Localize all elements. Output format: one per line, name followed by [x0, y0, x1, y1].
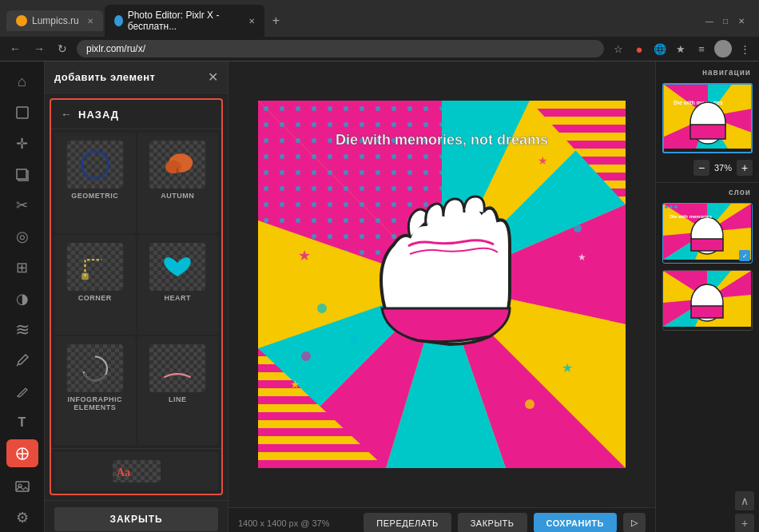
layers-title: слои	[656, 182, 759, 200]
redo-button[interactable]: ПЕРЕДЕЛАТЬ	[364, 513, 451, 532]
svg-text:★: ★	[578, 252, 586, 263]
element-preview-line	[149, 344, 205, 392]
sidebar-icon-image[interactable]	[6, 472, 38, 500]
element-item-infographic[interactable]: INFOGRAPHIC ELEMENTS	[54, 336, 136, 445]
panel-footer: ЗАКРЫТЬ	[45, 500, 228, 532]
sidebar-icon-grid[interactable]: ⊞	[6, 254, 38, 282]
svg-text:★: ★	[562, 361, 573, 375]
svg-text:★: ★	[298, 248, 311, 264]
element-item-line[interactable]: LINE	[137, 336, 219, 445]
svg-text:★: ★	[538, 154, 548, 167]
element-preview-heart	[149, 243, 205, 291]
address-bar: ← → ↻ ☆ ● 🌐 ★ ≡ ⋮	[0, 37, 759, 62]
svg-rect-73	[691, 239, 723, 251]
element-item-corner[interactable]: CORNER	[54, 235, 136, 335]
export-icon-button[interactable]: ▷	[623, 513, 646, 532]
sidebar-icon-elements[interactable]	[6, 439, 38, 467]
sidebar-icon-wave[interactable]: ≋	[6, 316, 38, 343]
tab-pixlr[interactable]: Photo Editor: Pixlr X - бесплатн... ✕	[105, 5, 264, 37]
panel-title: добавить элемент	[54, 71, 155, 83]
sidebar-icon-home[interactable]: ⌂	[6, 68, 38, 96]
maximize-button[interactable]: □	[721, 16, 730, 26]
avatar[interactable]	[714, 40, 732, 58]
svg-text:★: ★	[290, 378, 300, 391]
favicon-lumpics	[16, 15, 27, 26]
panel-close-button[interactable]: ✕	[208, 69, 218, 85]
extension1-icon[interactable]: ●	[631, 41, 647, 57]
address-input[interactable]	[77, 40, 604, 58]
element-preview-extra: Aa	[113, 460, 161, 482]
sidebar-icon-move[interactable]: ✛	[6, 130, 38, 158]
back-button[interactable]: ←	[6, 41, 24, 57]
elements-grid: GEOMETRIC AUTUMN	[51, 129, 221, 448]
svg-point-48	[574, 224, 582, 232]
canvas-footer: 1400 x 1400 px @ 37% ПЕРЕДЕЛАТЬ ЗАКРЫТЬ …	[228, 507, 655, 532]
window-controls: — □ ✕	[705, 16, 753, 26]
element-item-autumn[interactable]: AUTUMN	[137, 133, 219, 233]
sidebar-icon-circle[interactable]: ◎	[6, 223, 38, 251]
svg-rect-1	[17, 169, 26, 179]
svg-point-45	[317, 304, 327, 313]
tab-bar: Lumpics.ru ✕ Photo Editor: Pixlr X - бес…	[0, 0, 759, 37]
forward-button[interactable]: →	[30, 41, 48, 57]
sidebar-icon-settings[interactable]: ⚙	[6, 503, 38, 531]
element-item-extra[interactable]: Aa	[54, 452, 218, 490]
panel-inner: ← НАЗАД GEOMETRIC	[50, 98, 223, 495]
svg-rect-65	[690, 125, 725, 139]
svg-rect-6	[16, 482, 29, 491]
svg-rect-82	[691, 306, 723, 318]
menu-icon[interactable]: ≡	[693, 41, 709, 57]
panel-close-btn[interactable]: ЗАКРЫТЬ	[54, 507, 218, 531]
add-layer-button[interactable]: +	[735, 514, 754, 532]
tab-pixlr-close[interactable]: ✕	[248, 17, 255, 26]
tab-lumpics-close[interactable]: ✕	[87, 17, 93, 26]
canvas-area: ★ ★ ★ ★ ★	[228, 62, 655, 507]
svg-point-49	[589, 256, 598, 265]
tab-lumpics[interactable]: Lumpics.ru ✕	[6, 10, 103, 31]
canvas-actions: ПЕРЕДЕЛАТЬ ЗАКРЫТЬ СОХРАНИТЬ ▷	[364, 513, 646, 532]
reload-button[interactable]: ↻	[54, 41, 70, 57]
sidebar-icon-crop[interactable]	[6, 99, 38, 127]
sidebar-icon-cut[interactable]: ✂	[6, 192, 38, 220]
back-arrow-icon: ←	[61, 108, 72, 121]
panel-back-button[interactable]: ← НАЗАД	[51, 100, 221, 129]
pop-art-svg: ★ ★ ★ ★ ★	[258, 101, 626, 468]
save-button[interactable]: СОХРАНИТЬ	[534, 513, 617, 532]
right-sidebar: навигации Die with memories − 37% +	[655, 62, 759, 532]
navigation-title: навигации	[656, 62, 759, 80]
sidebar-icon-eyedropper[interactable]	[6, 347, 38, 375]
layer-thumb-2[interactable]	[662, 270, 753, 331]
layer-thumb-1[interactable]: Die with memories ✓	[662, 203, 753, 264]
svg-point-47	[301, 351, 311, 361]
toolbar-icons: ☆ ● 🌐 ★ ≡ ⋮	[610, 40, 753, 58]
collapse-button[interactable]: ∧	[735, 491, 754, 510]
element-label-corner: CORNER	[78, 294, 112, 302]
minimize-button[interactable]: —	[705, 16, 714, 26]
svg-rect-11	[81, 273, 88, 280]
element-label-line: LINE	[169, 395, 187, 403]
sidebar-icon-tone[interactable]: ◑	[6, 284, 38, 312]
zoom-value: 37%	[714, 163, 732, 173]
sidebar-icon-transform[interactable]	[6, 161, 38, 189]
more-icon[interactable]: ⋮	[737, 41, 753, 57]
element-preview-geometric	[67, 141, 123, 189]
bookmark-icon[interactable]: ☆	[610, 41, 626, 57]
element-label-infographic: INFOGRAPHIC ELEMENTS	[59, 395, 131, 411]
sidebar-icon-text[interactable]: T	[6, 408, 38, 436]
panel-header: добавить элемент ✕	[45, 62, 228, 93]
zoom-out-button[interactable]: −	[693, 160, 709, 176]
sidebar-icon-brush[interactable]	[6, 378, 38, 406]
new-tab-button[interactable]: +	[266, 10, 286, 31]
close-button[interactable]: ЗАКРЫТЬ	[458, 513, 527, 532]
canvas-image: ★ ★ ★ ★ ★	[258, 101, 626, 468]
element-item-heart[interactable]: HEART	[137, 235, 219, 335]
canvas-info: 1400 x 1400 px @ 37%	[238, 518, 330, 528]
tab-lumpics-label: Lumpics.ru	[32, 15, 79, 26]
globe-icon[interactable]: 🌐	[652, 41, 668, 57]
navigation-thumb[interactable]: Die with memories	[662, 83, 753, 153]
svg-text:Aa: Aa	[117, 466, 130, 478]
element-item-geometric[interactable]: GEOMETRIC	[54, 133, 136, 233]
extension2-icon[interactable]: ★	[673, 41, 689, 57]
zoom-in-button[interactable]: +	[737, 160, 753, 176]
close-window-button[interactable]: ✕	[737, 16, 746, 26]
